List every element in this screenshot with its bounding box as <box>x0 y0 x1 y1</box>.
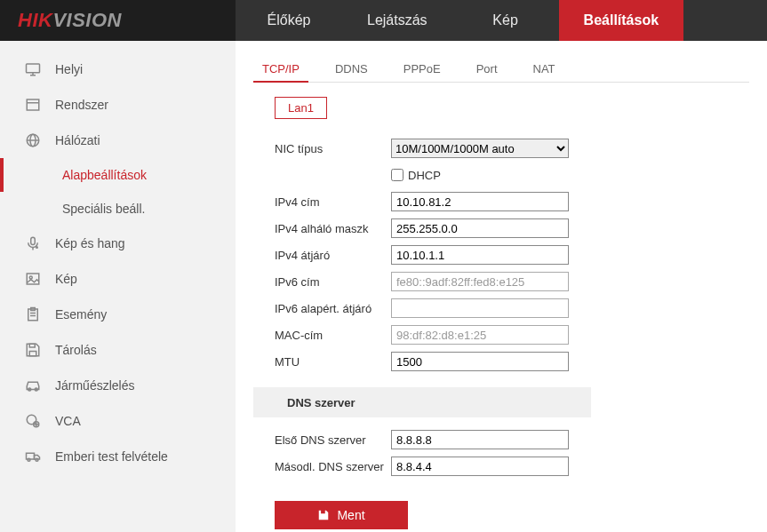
logo-vision: VISION <box>52 9 122 32</box>
save-icon <box>25 342 41 358</box>
dns2-input[interactable] <box>391 457 569 476</box>
row-ipv4-mask: IPv4 alháló maszk <box>253 215 749 242</box>
topnav-playback[interactable]: Lejátszás <box>342 0 452 41</box>
sidebar-sub-basic-wrap: Alapbeállítások <box>0 158 236 192</box>
container: Helyi Rendszer Hálózati Alapbeállítások … <box>0 41 767 532</box>
mac-input <box>391 325 569 345</box>
sidebar-item-event[interactable]: Esemény <box>0 297 236 332</box>
topnav-live[interactable]: Élőkép <box>236 0 342 41</box>
sidebar-item-storage[interactable]: Tárolás <box>0 332 236 368</box>
logo: HIKVISION <box>0 0 236 41</box>
ipv6-addr-label: IPv6 cím <box>253 275 391 289</box>
ipv4-addr-input[interactable] <box>391 192 569 211</box>
nic-type-label: NIC típus <box>253 142 391 155</box>
tab-port[interactable]: Port <box>467 57 507 82</box>
dns-section-header: DNS szerver <box>253 387 591 417</box>
row-dns2: Másodl. DNS szerver <box>253 453 749 480</box>
save-button[interactable]: Ment <box>275 501 408 529</box>
svg-point-12 <box>29 276 32 279</box>
sidebar-item-human-body[interactable]: Emberi test felvétele <box>0 439 236 474</box>
tab-nat[interactable]: NAT <box>524 57 564 82</box>
ipv4-gw-label: IPv4 átjáró <box>253 249 391 262</box>
topbar: HIKVISION Élőkép Lejátszás Kép Beállítás… <box>0 0 767 41</box>
row-mtu: MTU <box>253 348 749 375</box>
row-mac: MAC-cím <box>253 322 749 348</box>
row-nic-type: NIC típus 10M/100M/1000M auto <box>253 135 749 162</box>
mic-icon <box>25 235 41 251</box>
svg-rect-8 <box>31 237 36 244</box>
car-icon <box>25 377 41 393</box>
save-icon <box>317 509 330 521</box>
row-ipv6-addr: IPv6 cím <box>253 268 749 295</box>
dhcp-checkbox[interactable] <box>391 169 403 181</box>
sidebar-item-label: VCA <box>55 414 81 428</box>
clipboard-icon <box>25 306 41 322</box>
sidebar-item-video-audio[interactable]: Kép és hang <box>0 226 236 261</box>
dhcp-wrapper[interactable]: DHCP <box>391 169 441 182</box>
window-icon <box>25 97 41 113</box>
svg-point-21 <box>27 415 36 425</box>
svg-point-10 <box>36 246 38 249</box>
sidebar-item-label: Emberi test felvétele <box>55 449 168 464</box>
svg-rect-17 <box>29 352 36 356</box>
dns1-label: Első DNS szerver <box>253 433 391 447</box>
sidebar-item-label: Járműészlelés <box>55 378 134 393</box>
sidebar-item-label: Rendszer <box>55 98 108 112</box>
monitor-icon <box>25 61 41 77</box>
main-content: TCP/IP DDNS PPPoE Port NAT Lan1 NIC típu… <box>236 41 767 532</box>
row-dhcp: DHCP <box>253 162 749 188</box>
image-icon <box>25 271 41 287</box>
row-ipv6-gw: IPv6 alapért. átjáró <box>253 295 749 322</box>
sidebar-item-vehicle[interactable]: Járműészlelés <box>0 368 236 403</box>
sidebar-item-label: Kép és hang <box>55 236 125 250</box>
topnav: Élőkép Lejátszás Kép Beállítások <box>236 0 767 41</box>
tab-pppoe[interactable]: PPPoE <box>395 57 450 82</box>
sidebar: Helyi Rendszer Hálózati Alapbeállítások … <box>0 41 236 532</box>
row-ipv4-addr: IPv4 cím <box>253 188 749 215</box>
sidebar-item-vca[interactable]: VCA <box>0 403 236 439</box>
sidebar-sub-basic[interactable]: Alapbeállítások <box>0 158 236 192</box>
sidebar-sub-advanced[interactable]: Speciális beáll. <box>0 192 236 226</box>
active-indicator <box>0 158 4 192</box>
nic-type-select[interactable]: 10M/100M/1000M auto <box>391 139 569 158</box>
svg-rect-3 <box>27 99 39 110</box>
tab-ddns[interactable]: DDNS <box>326 57 377 82</box>
ipv6-gw-input <box>391 298 569 318</box>
sidebar-item-label: Kép <box>55 272 77 286</box>
sidebar-item-network[interactable]: Hálózati <box>0 123 236 158</box>
sidebar-item-system[interactable]: Rendszer <box>0 87 236 123</box>
save-button-label: Ment <box>337 508 364 522</box>
subtab-lan1[interactable]: Lan1 <box>275 97 327 119</box>
ipv6-gw-label: IPv6 alapért. átjáró <box>253 302 391 315</box>
ipv4-addr-label: IPv4 cím <box>253 195 391 209</box>
topnav-picture[interactable]: Kép <box>452 0 559 41</box>
sidebar-item-label: Hálózati <box>55 133 100 147</box>
globe-icon <box>25 132 41 148</box>
ipv4-gw-input[interactable] <box>391 245 569 265</box>
tab-row: TCP/IP DDNS PPPoE Port NAT <box>253 57 749 83</box>
sidebar-item-label: Esemény <box>55 307 107 322</box>
row-ipv4-gw: IPv4 átjáró <box>253 242 749 268</box>
ipv4-mask-label: IPv4 alháló maszk <box>253 222 391 235</box>
tab-tcpip[interactable]: TCP/IP <box>253 57 308 83</box>
svg-rect-18 <box>29 344 35 347</box>
dns2-label: Másodl. DNS szerver <box>253 460 391 473</box>
truck-icon <box>25 449 41 465</box>
topnav-settings[interactable]: Beállítások <box>559 0 683 41</box>
svg-rect-0 <box>27 64 40 73</box>
dns1-input[interactable] <box>391 430 569 449</box>
logo-hik: HIK <box>18 9 52 32</box>
sidebar-item-label: Tárolás <box>55 343 97 357</box>
ipv6-addr-input <box>391 272 569 291</box>
gear-globe-icon <box>25 413 41 429</box>
mtu-label: MTU <box>253 355 391 369</box>
sidebar-item-image[interactable]: Kép <box>0 261 236 297</box>
dhcp-label: DHCP <box>408 169 441 182</box>
svg-rect-23 <box>27 453 35 459</box>
ipv4-mask-input[interactable] <box>391 218 569 238</box>
row-dns1: Első DNS szerver <box>253 426 749 453</box>
sidebar-item-label: Helyi <box>55 62 83 76</box>
subtab-row: Lan1 <box>275 97 749 119</box>
sidebar-item-local[interactable]: Helyi <box>0 52 236 87</box>
mtu-input[interactable] <box>391 352 569 371</box>
